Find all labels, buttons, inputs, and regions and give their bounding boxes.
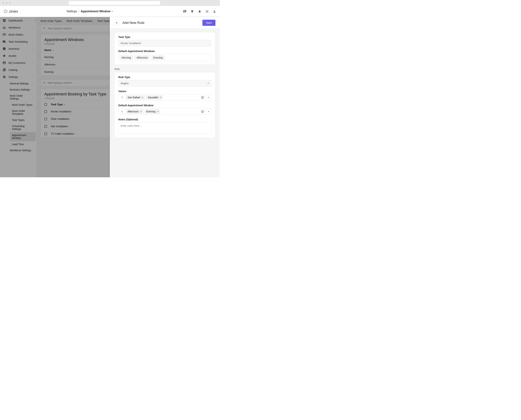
task-type-card: Task Type Default Appointment Windows Mo… [115,32,215,65]
bell-icon[interactable] [198,10,201,13]
chevron-down-icon: ⌄ [32,62,34,64]
chevron-down-icon[interactable] [208,111,209,112]
search-icon [121,96,124,99]
sidebar-item-label: Appointment Window [12,134,34,140]
sidebar-item-label: Work Order Templates [12,110,34,115]
tag-morning[interactable]: Morning [120,55,133,60]
sidebar-item-label: Assets [8,54,16,57]
task-type-input[interactable] [118,40,211,46]
breadcrumb-parent[interactable]: Settings [67,10,77,13]
sidebar-sub2-task-types[interactable]: Task Types [12,117,34,123]
app-header: zinier Settings / Appointment Window [0,6,220,17]
sidebar-sub-general-settings[interactable]: General Settings⌄ [10,80,34,87]
task-type-label: Task Type [118,36,211,38]
save-button[interactable]: Save [202,20,216,26]
sidebar-sub2-lead-time[interactable]: Lead Time [12,141,34,147]
sidebar-item-label: Lead Time [12,143,24,146]
clear-all-icon[interactable]: ✕ [201,96,204,99]
checkbox-all[interactable] [44,103,47,106]
sidebar-item-label: Inventory [8,47,19,50]
chevron-down-icon: ⌄ [32,149,34,152]
notes-label: Notes (Optional) [118,118,211,121]
chip-sausalito: Sausalito✕ [146,95,163,100]
chevron-down-icon [111,11,113,12]
chip-afternoon: Afternoon✕ [126,109,143,114]
person-icon[interactable] [213,10,216,13]
notes-textarea[interactable] [118,122,211,134]
rule-type-value: Region [121,82,129,85]
sidebar-item-settings[interactable]: Settings⌃ [0,73,36,80]
chevron-down-icon [208,83,209,84]
sidebar-item-task-scheduling[interactable]: Task Scheduling⌄ [0,38,36,45]
search-icon [121,110,124,113]
chip-remove-icon[interactable]: ✕ [160,96,162,99]
sidebar-item-work-orders[interactable]: Work Orders [0,31,36,38]
sidebar-sub2-wo-templates[interactable]: Work Order Templates [12,108,34,117]
chip-remove-icon[interactable]: ✕ [141,96,143,99]
sidebar-sub2-wo-types[interactable]: Work Order Types [12,102,34,108]
checkbox[interactable] [44,110,47,113]
default-aw2-multiselect[interactable]: Afternoon✕ Evening✕ ✕ [118,108,211,115]
search-placeholder: Start typing to search... [47,27,74,30]
tab-task-types[interactable]: Task Types [97,20,110,22]
url-bar [11,1,218,5]
tab-wo-templates[interactable]: Work Order Templates [66,20,93,22]
traffic-max-icon[interactable] [9,2,11,4]
sidebar-item-label: Work Order Types [12,103,32,106]
sidebar-sub2-appointment-window[interactable]: Appointment Window [10,132,36,141]
chevron-down-icon: ⌄ [32,40,34,43]
values-label: Values [118,90,211,93]
sidebar-item-label: Work Orders [8,33,23,36]
sort-icon: ▼ [64,104,65,105]
url-field[interactable] [69,1,160,5]
chevron-up-icon: ⌃ [32,76,34,78]
sidebar-item-assets[interactable]: Assets [0,52,36,59]
column-task-type[interactable]: Task Type [51,103,63,106]
apps-icon[interactable] [205,10,209,13]
default-aw-tags[interactable]: Morning Afternoon Evening [118,54,211,61]
sidebar-item-label: Settings [8,75,18,78]
chip-label: Afternoon [128,110,139,113]
sidebar-collapse-button[interactable] [34,18,38,22]
sidebar-item-label: Workforce Settings [10,149,31,152]
clear-all-icon[interactable]: ✕ [201,110,204,113]
traffic-min-icon[interactable] [6,2,8,4]
rule-type-select[interactable]: Region [118,80,211,87]
sidebar-sub-work-order-settings[interactable]: Work Order Settings⌃ [10,93,34,102]
column-name[interactable]: Name [44,49,51,52]
back-button[interactable] [114,20,120,25]
rule-card: Rule Type Region Values San Rafael✕ Saus… [115,72,215,138]
header-actions [183,10,216,13]
search-placeholder: Start typing to search... [47,81,74,84]
breadcrumb-current[interactable]: Appointment Window [81,10,113,13]
lightbulb-icon[interactable] [190,10,194,13]
sidebar-item-dashboards[interactable]: Dashboards [0,17,36,24]
sidebar-item-my-customers[interactable]: My Customers⌄ [0,59,36,66]
chat-icon[interactable] [183,10,187,13]
tag-afternoon[interactable]: Afternoon [135,55,150,60]
add-rule-panel: Add New Rule Save Task Type Default Appo… [110,17,220,177]
arrow-left-icon [116,21,118,24]
checkbox[interactable] [44,125,47,128]
sidebar-sub2-scheduling-settings[interactable]: Scheduling Settings [12,123,34,132]
browser-chrome [0,0,220,6]
checkbox[interactable] [44,118,47,120]
chevron-up-icon: ⌃ [32,96,34,98]
chip-label: San Rafael [128,96,140,99]
sidebar-item-inventory[interactable]: Inventory⌄ [0,45,36,52]
sidebar-sub-workforce-settings[interactable]: Workforce Settings⌄ [10,147,34,153]
chip-remove-icon[interactable]: ✕ [140,110,142,113]
tag-evening[interactable]: Evening [151,55,165,60]
panel-header: Add New Rule Save [110,17,220,29]
chip-remove-icon[interactable]: ✕ [157,110,159,113]
checkbox[interactable] [44,133,47,135]
traffic-close-icon[interactable] [2,2,4,4]
values-multiselect[interactable]: San Rafael✕ Sausalito✕ ✕ [118,94,211,101]
tab-wo-types[interactable]: Work Order Types [40,20,62,22]
sidebar-sub-business-settings[interactable]: Business Settings⌄ [10,87,34,93]
sidebar: Dashboards Workforce⌄ Work Orders Task S… [0,17,37,177]
chevron-down-icon: ⌄ [32,26,34,29]
chevron-down-icon[interactable] [208,97,209,98]
sidebar-item-workforce[interactable]: Workforce⌄ [0,24,36,31]
sidebar-item-catalog[interactable]: Catalog [0,66,36,73]
